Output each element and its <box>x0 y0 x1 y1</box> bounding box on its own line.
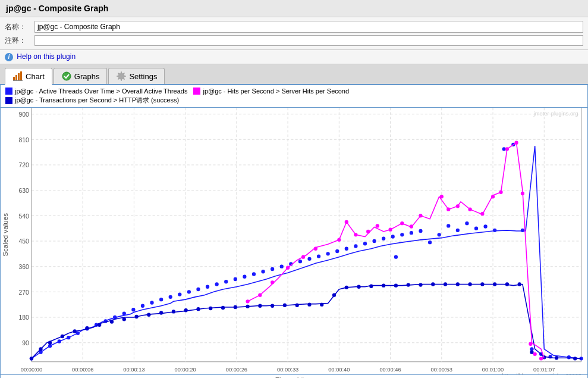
svg-text:90: 90 <box>22 339 29 346</box>
svg-text:00:01:00: 00:01:00 <box>482 366 504 373</box>
tab-settings[interactable]: Settings <box>108 68 165 84</box>
svg-point-144 <box>345 286 348 289</box>
svg-point-82 <box>252 272 256 276</box>
svg-point-77 <box>206 285 209 289</box>
tab-graphs[interactable]: Graphs <box>54 68 108 84</box>
svg-point-105 <box>456 229 460 232</box>
svg-point-61 <box>58 339 61 343</box>
legend-label-3: jp@gc - Transactions per Second > HTTP请求… <box>15 96 179 105</box>
tab-bar: Chart Graphs Settings <box>0 64 588 85</box>
svg-point-99 <box>400 233 404 236</box>
svg-point-123 <box>85 326 89 330</box>
svg-text:00:01:07: 00:01:07 <box>533 366 555 373</box>
svg-point-150 <box>419 283 422 286</box>
svg-text:720: 720 <box>18 161 29 168</box>
svg-point-107 <box>474 226 478 230</box>
svg-point-139 <box>283 304 287 307</box>
svg-point-184 <box>499 190 502 194</box>
svg-point-140 <box>295 304 299 307</box>
svg-point-74 <box>178 292 181 296</box>
svg-text:00:00:20: 00:00:20 <box>174 366 196 373</box>
x-axis-label: Elapsed time <box>0 375 588 378</box>
svg-point-120 <box>48 340 52 344</box>
tab-chart[interactable]: Chart <box>5 68 52 85</box>
svg-text:00:00:46: 00:00:46 <box>379 366 401 373</box>
svg-point-79 <box>224 280 228 283</box>
svg-point-98 <box>394 255 398 258</box>
svg-text:00:00:13: 00:00:13 <box>123 366 144 373</box>
svg-point-162 <box>573 357 577 360</box>
svg-point-81 <box>243 275 246 279</box>
svg-point-89 <box>317 254 320 258</box>
svg-point-173 <box>376 224 379 227</box>
info-icon: i <box>5 53 13 61</box>
comment-label: 注释： <box>5 36 34 46</box>
svg-point-172 <box>366 230 370 233</box>
svg-text:00:00:40: 00:00:40 <box>328 366 350 373</box>
help-link[interactable]: Help on this plugin <box>17 52 76 61</box>
svg-text:180: 180 <box>18 314 29 321</box>
svg-point-91 <box>335 249 339 253</box>
svg-point-135 <box>234 305 237 309</box>
svg-point-152 <box>444 282 447 286</box>
name-label: 名称： <box>5 22 34 32</box>
svg-point-126 <box>122 317 126 321</box>
comment-row: 注释： <box>5 34 583 47</box>
svg-point-176 <box>410 224 413 228</box>
svg-point-163 <box>246 299 249 303</box>
svg-point-155 <box>480 282 484 286</box>
svg-point-146 <box>369 285 373 288</box>
svg-point-95 <box>372 239 376 243</box>
svg-point-109 <box>493 229 496 232</box>
name-row: 名称： <box>5 20 583 34</box>
svg-text:00:00:26: 00:00:26 <box>226 366 247 373</box>
svg-point-62 <box>67 336 70 339</box>
svg-point-183 <box>491 195 495 198</box>
legend-row-2: jp@gc - Transactions per Second > HTTP请求… <box>5 96 583 105</box>
svg-point-70 <box>141 304 144 308</box>
svg-point-125 <box>110 320 114 323</box>
svg-rect-3 <box>20 71 22 80</box>
svg-point-136 <box>246 305 249 308</box>
svg-point-147 <box>382 283 385 287</box>
svg-point-179 <box>446 207 450 211</box>
svg-text:00:00:33: 00:00:33 <box>277 366 298 373</box>
svg-point-83 <box>261 270 265 273</box>
svg-point-159 <box>530 350 533 354</box>
name-input[interactable] <box>34 21 583 33</box>
svg-point-166 <box>286 266 290 270</box>
legend-color-3 <box>5 97 12 104</box>
svg-text:00:00:06: 00:00:06 <box>72 366 93 373</box>
svg-point-130 <box>172 310 175 313</box>
svg-point-87 <box>298 260 302 263</box>
svg-rect-1 <box>15 75 17 80</box>
svg-point-73 <box>169 295 172 299</box>
legend-item-1: jp@gc - Active Threads Over Time > Overa… <box>5 88 187 95</box>
svg-point-124 <box>98 323 101 327</box>
svg-point-142 <box>320 302 323 306</box>
legend-item-2: jp@gc - Hits per Second > Server Hits pe… <box>193 88 349 95</box>
svg-text:270: 270 <box>18 288 29 295</box>
svg-point-134 <box>221 306 225 310</box>
svg-point-178 <box>440 195 444 198</box>
comment-input[interactable] <box>34 35 583 46</box>
svg-point-156 <box>493 282 496 286</box>
svg-point-72 <box>159 298 163 301</box>
legend-color-1 <box>5 88 12 95</box>
svg-point-181 <box>468 207 471 211</box>
svg-point-96 <box>382 237 385 240</box>
svg-point-157 <box>505 282 509 286</box>
tab-settings-label: Settings <box>129 72 157 81</box>
svg-point-128 <box>147 313 150 317</box>
svg-point-149 <box>407 283 410 286</box>
svg-point-187 <box>521 192 524 195</box>
tab-chart-label: Chart <box>26 72 45 81</box>
form-area: 名称： 注释： <box>0 17 588 50</box>
svg-point-71 <box>150 301 153 304</box>
svg-point-185 <box>505 147 509 151</box>
svg-text:Scaled values: Scaled values <box>2 213 10 257</box>
chart-legend: jp@gc - Active Threads Over Time > Overa… <box>0 85 588 107</box>
svg-text:540: 540 <box>18 212 29 219</box>
svg-text:360: 360 <box>18 263 29 270</box>
svg-text:810: 810 <box>18 136 29 143</box>
